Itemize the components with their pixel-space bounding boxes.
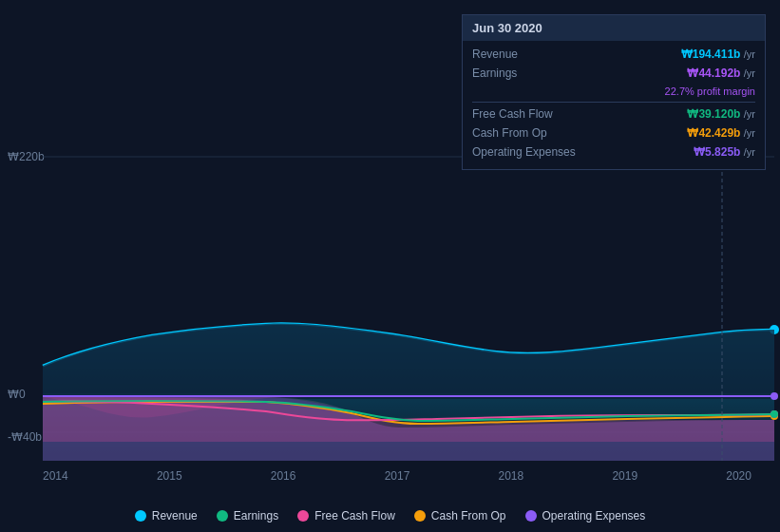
legend-revenue[interactable]: Revenue [135, 509, 198, 522]
fcf-dot [297, 510, 309, 522]
earnings-row: Earnings ₩44.192b /yr [472, 64, 755, 83]
earnings-dot [217, 510, 228, 522]
revenue-legend-label: Revenue [152, 509, 198, 522]
fcf-row: Free Cash Flow ₩39.120b /yr [472, 104, 755, 124]
tooltip-body: Revenue ₩194.411b /yr Earnings ₩44.192b … [463, 41, 765, 169]
earnings-value: ₩44.192b /yr [687, 66, 755, 80]
cashfromop-label: Cash From Op [472, 126, 547, 140]
fcf-value: ₩39.120b /yr [687, 107, 755, 121]
fcf-label: Free Cash Flow [472, 107, 553, 121]
x-label-2015: 2015 [157, 469, 182, 483]
legend-opex[interactable]: Operating Expenses [525, 509, 646, 522]
earnings-endpoint [770, 410, 778, 418]
cashfromop-row: Cash From Op ₩42.429b /yr [472, 124, 755, 142]
earnings-label: Earnings [472, 66, 517, 80]
fcf-legend-label: Free Cash Flow [314, 509, 395, 522]
tooltip-card: Jun 30 2020 Revenue ₩194.411b /yr Earnin… [462, 14, 766, 170]
x-label-2017: 2017 [385, 469, 410, 483]
revenue-dot [135, 510, 146, 522]
opex-legend-label: Operating Expenses [542, 509, 646, 522]
revenue-label: Revenue [472, 48, 518, 61]
legend-earnings[interactable]: Earnings [217, 509, 278, 522]
revenue-row: Revenue ₩194.411b /yr [472, 45, 755, 64]
earnings-legend-label: Earnings [234, 509, 278, 522]
x-label-2019: 2019 [612, 469, 637, 483]
x-label-2014: 2014 [43, 469, 68, 483]
x-label-2018: 2018 [499, 469, 524, 483]
opex-row: Operating Expenses ₩5.825b /yr [472, 142, 755, 162]
x-axis: 2014 2015 2016 2017 2018 2019 2020 [0, 469, 780, 483]
opex-dot [525, 510, 537, 522]
profit-margin-value: 22.7% profit margin [665, 86, 755, 97]
opex-value: ₩5.825b /yr [694, 145, 755, 159]
chart-legend: Revenue Earnings Free Cash Flow Cash Fro… [0, 509, 780, 522]
opex-endpoint [770, 392, 778, 400]
profit-margin-row: 22.7% profit margin [472, 83, 755, 100]
legend-fcf[interactable]: Free Cash Flow [297, 509, 395, 522]
revenue-value: ₩194.411b /yr [681, 48, 755, 61]
legend-cashfromop[interactable]: Cash From Op [414, 509, 506, 522]
x-label-2020: 2020 [726, 469, 751, 483]
cashfromop-legend-label: Cash From Op [431, 509, 506, 522]
x-label-2016: 2016 [271, 469, 296, 483]
opex-label: Operating Expenses [472, 145, 576, 159]
cashfromop-dot [414, 510, 426, 522]
cashfromop-value: ₩42.429b /yr [687, 126, 755, 140]
tooltip-date: Jun 30 2020 [463, 15, 765, 41]
